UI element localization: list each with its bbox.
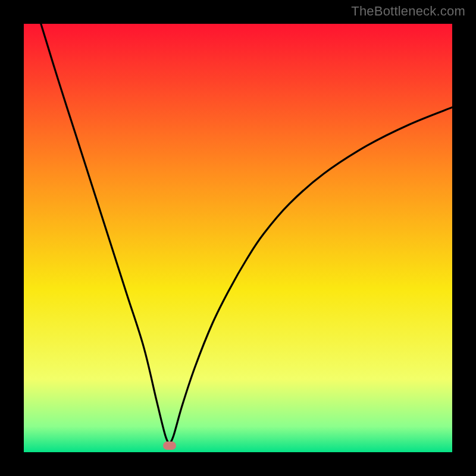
plot-area: [24, 24, 452, 452]
optimal-point-marker: [163, 441, 176, 450]
gradient-background: [24, 24, 452, 452]
chart-frame: TheBottleneck.com: [0, 0, 476, 476]
watermark-text: TheBottleneck.com: [351, 4, 465, 19]
plot-svg: [24, 24, 452, 452]
